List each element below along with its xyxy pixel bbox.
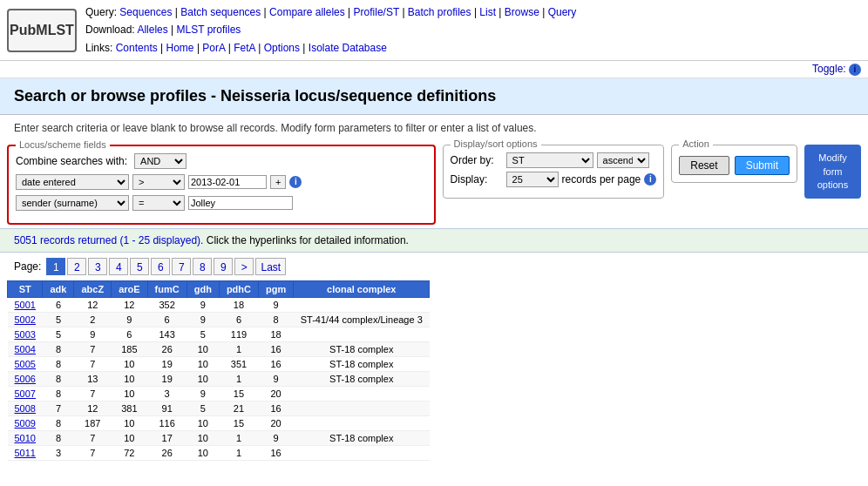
- st-cell[interactable]: 5009: [8, 416, 43, 431]
- links-label: Links:: [85, 42, 112, 54]
- pdhC-cell: 351: [219, 357, 258, 372]
- pgm-cell: 16: [259, 446, 294, 461]
- submit-button[interactable]: Submit: [735, 156, 790, 175]
- page-3[interactable]: 3: [88, 258, 107, 275]
- nav-home[interactable]: Home: [166, 42, 194, 54]
- st-cell[interactable]: 5006: [8, 372, 43, 387]
- pdhC-cell: 1: [219, 372, 258, 387]
- field-select-2[interactable]: sender (surname): [16, 195, 129, 211]
- abcZ-cell: 7: [74, 446, 112, 461]
- operator-select-1[interactable]: > = <: [132, 174, 185, 190]
- sort-dir-select[interactable]: ascending descending: [597, 152, 649, 168]
- order-label: Order by:: [451, 154, 503, 166]
- nav-batch-profiles[interactable]: Batch profiles: [408, 6, 471, 18]
- st-cell[interactable]: 5002: [8, 313, 43, 327]
- abcZ-cell: 2: [74, 313, 112, 327]
- fumC-cell: 6: [147, 313, 186, 327]
- nav-alleles[interactable]: Alleles: [137, 24, 167, 36]
- st-cell[interactable]: 5008: [8, 402, 43, 416]
- value-input-2[interactable]: [188, 196, 293, 210]
- page-last[interactable]: Last: [255, 258, 286, 275]
- display-sort-legend: Display/sort options: [451, 138, 541, 149]
- table-row: 50078710391520: [8, 387, 430, 402]
- value-input-1[interactable]: [188, 175, 267, 189]
- fumC-cell: 116: [147, 416, 186, 431]
- page-4[interactable]: 4: [109, 258, 128, 275]
- pdhC-cell: 18: [219, 298, 258, 313]
- page-6[interactable]: 6: [151, 258, 170, 275]
- page-8[interactable]: 8: [193, 258, 212, 275]
- page-2[interactable]: 2: [67, 258, 86, 275]
- nav-sequences[interactable]: Sequences: [119, 6, 172, 18]
- adk-cell: 8: [43, 387, 74, 402]
- pdhC-cell: 15: [219, 387, 258, 402]
- gdh-cell: 10: [186, 342, 219, 357]
- combine-label: Combine searches with:: [16, 155, 127, 167]
- st-cell[interactable]: 5001: [8, 298, 43, 313]
- nav-query[interactable]: Query: [548, 6, 577, 18]
- adk-cell: 6: [43, 298, 74, 313]
- combine-select[interactable]: AND OR: [134, 153, 186, 169]
- locus-scheme-legend: Locus/scheme fields: [16, 139, 110, 150]
- modify-form-button[interactable]: Modify form options: [804, 145, 861, 199]
- results-info: 5051 records returned (1 - 25 displayed)…: [0, 228, 868, 253]
- nav-compare-alleles[interactable]: Compare alleles: [269, 6, 345, 18]
- abcZ-cell: 13: [74, 372, 112, 387]
- reset-button[interactable]: Reset: [679, 156, 729, 175]
- nav-mlst-profiles[interactable]: MLST profiles: [177, 24, 241, 36]
- page-next[interactable]: >: [234, 258, 254, 275]
- action-legend: Action: [679, 138, 713, 149]
- page-7[interactable]: 7: [172, 258, 191, 275]
- pdhC-cell: 1: [219, 431, 258, 446]
- nav-profile-st[interactable]: Profile/ST: [354, 6, 399, 18]
- gdh-cell: 9: [186, 298, 219, 313]
- order-select[interactable]: ST adk: [506, 152, 593, 168]
- fumC-cell: 352: [147, 298, 186, 313]
- st-cell[interactable]: 5004: [8, 342, 43, 357]
- col-gdh: gdh: [186, 281, 219, 298]
- nav-options[interactable]: Options: [264, 42, 300, 54]
- nav-contents[interactable]: Contents: [116, 42, 158, 54]
- search-info-icon[interactable]: i: [289, 176, 302, 188]
- fumC-cell: 19: [147, 357, 186, 372]
- page-9[interactable]: 9: [214, 258, 233, 275]
- records-per-page-label: records per page: [562, 173, 641, 186]
- results-text: 5051 records returned (1 - 25 displayed)…: [14, 234, 409, 246]
- pgm-cell: 9: [259, 372, 294, 387]
- gdh-cell: 9: [186, 313, 219, 327]
- st-cell[interactable]: 5010: [8, 431, 43, 446]
- gdh-cell: 9: [186, 387, 219, 402]
- adk-cell: 8: [43, 416, 74, 431]
- page-label: Page:: [14, 260, 41, 273]
- gdh-cell: 5: [186, 402, 219, 416]
- st-cell[interactable]: 5005: [8, 357, 43, 372]
- abcZ-cell: 7: [74, 357, 112, 372]
- aroE-cell: 72: [112, 446, 147, 461]
- nav-list[interactable]: List: [479, 6, 496, 18]
- col-fumC: fumC: [147, 281, 186, 298]
- nav-pora[interactable]: PorA: [202, 42, 225, 54]
- instructions: Enter search criteria or leave blank to …: [0, 115, 868, 141]
- add-row-button[interactable]: +: [270, 175, 286, 189]
- st-cell[interactable]: 5011: [8, 446, 43, 461]
- toggle-icon[interactable]: i: [849, 64, 861, 76]
- action-buttons: Reset Submit: [679, 156, 790, 175]
- display-info-icon[interactable]: i: [644, 173, 656, 186]
- operator-select-2[interactable]: = > <: [132, 195, 185, 211]
- header: PubMLST Query: Sequences | Batch sequenc…: [0, 0, 868, 61]
- gdh-cell: 10: [186, 446, 219, 461]
- aroE-cell: 10: [112, 431, 147, 446]
- clonal-cell: [294, 446, 430, 461]
- nav-isolate-db[interactable]: Isolate Database: [309, 42, 387, 54]
- nav-batch-sequences[interactable]: Batch sequences: [180, 6, 261, 18]
- fumC-cell: 91: [147, 402, 186, 416]
- per-page-select[interactable]: 25 50 100: [506, 172, 559, 187]
- aroE-cell: 6: [112, 327, 147, 342]
- page-5[interactable]: 5: [130, 258, 149, 275]
- nav-feta[interactable]: FetA: [234, 42, 255, 54]
- st-cell[interactable]: 5003: [8, 327, 43, 342]
- page-1[interactable]: 1: [46, 258, 65, 275]
- st-cell[interactable]: 5007: [8, 387, 43, 402]
- nav-browse[interactable]: Browse: [505, 6, 539, 18]
- field-select-1[interactable]: date entered: [16, 174, 129, 190]
